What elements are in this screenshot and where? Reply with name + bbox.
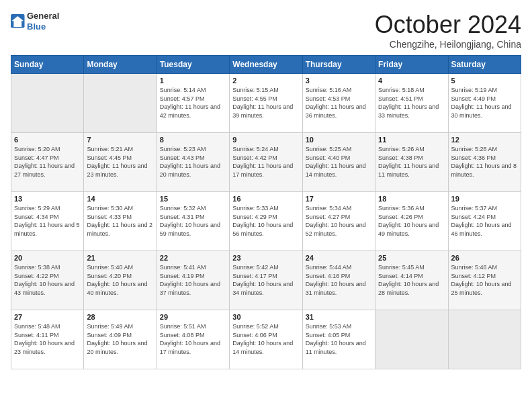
day-number: 21 [87, 254, 153, 262]
day-info: Sunrise: 5:40 AM Sunset: 4:20 PM Dayligh… [87, 263, 153, 297]
day-info: Sunrise: 5:26 AM Sunset: 4:38 PM Dayligh… [378, 145, 445, 179]
week-row-3: 13Sunrise: 5:29 AM Sunset: 4:34 PM Dayli… [11, 192, 521, 251]
day-number: 17 [306, 195, 372, 203]
day-info: Sunrise: 5:48 AM Sunset: 4:11 PM Dayligh… [14, 322, 81, 356]
day-cell: 21Sunrise: 5:40 AM Sunset: 4:20 PM Dayli… [84, 251, 157, 310]
day-number: 27 [14, 313, 81, 321]
day-info: Sunrise: 5:15 AM Sunset: 4:55 PM Dayligh… [232, 86, 299, 120]
logo: General Blue [11, 11, 59, 32]
day-number: 18 [378, 195, 445, 203]
day-info: Sunrise: 5:19 AM Sunset: 4:49 PM Dayligh… [451, 86, 518, 120]
week-row-4: 20Sunrise: 5:38 AM Sunset: 4:22 PM Dayli… [11, 251, 521, 310]
day-info: Sunrise: 5:16 AM Sunset: 4:53 PM Dayligh… [306, 86, 372, 120]
week-row-5: 27Sunrise: 5:48 AM Sunset: 4:11 PM Dayli… [11, 310, 521, 369]
day-number: 14 [87, 195, 153, 203]
day-cell: 30Sunrise: 5:52 AM Sunset: 4:06 PM Dayli… [230, 310, 302, 369]
day-info: Sunrise: 5:41 AM Sunset: 4:19 PM Dayligh… [160, 263, 226, 297]
day-number: 10 [306, 136, 372, 144]
day-info: Sunrise: 5:23 AM Sunset: 4:43 PM Dayligh… [160, 145, 226, 179]
header-tuesday: Tuesday [157, 56, 229, 74]
day-number: 8 [160, 136, 226, 144]
day-cell: 31Sunrise: 5:53 AM Sunset: 4:05 PM Dayli… [302, 310, 375, 369]
day-info: Sunrise: 5:42 AM Sunset: 4:17 PM Dayligh… [232, 263, 299, 297]
day-number: 11 [378, 136, 445, 144]
day-cell: 15Sunrise: 5:32 AM Sunset: 4:31 PM Dayli… [157, 192, 229, 251]
day-number: 20 [14, 254, 81, 262]
day-cell: 16Sunrise: 5:33 AM Sunset: 4:29 PM Dayli… [230, 192, 302, 251]
day-number: 12 [451, 136, 518, 144]
day-cell: 10Sunrise: 5:25 AM Sunset: 4:40 PM Dayli… [302, 133, 375, 192]
day-cell: 1Sunrise: 5:14 AM Sunset: 4:57 PM Daylig… [157, 74, 229, 133]
day-cell: 7Sunrise: 5:21 AM Sunset: 4:45 PM Daylig… [84, 133, 157, 192]
header-sunday: Sunday [11, 56, 84, 74]
month-title: October 2024 [375, 11, 521, 39]
day-cell: 12Sunrise: 5:28 AM Sunset: 4:36 PM Dayli… [448, 133, 521, 192]
day-number: 25 [378, 254, 445, 262]
day-cell: 8Sunrise: 5:23 AM Sunset: 4:43 PM Daylig… [157, 133, 229, 192]
day-info: Sunrise: 5:36 AM Sunset: 4:26 PM Dayligh… [378, 204, 445, 238]
day-number: 31 [306, 313, 372, 321]
day-info: Sunrise: 5:29 AM Sunset: 4:34 PM Dayligh… [14, 204, 81, 238]
page-header: General Blue October 2024 Chengzihe, Hei… [11, 11, 521, 50]
week-row-1: 1Sunrise: 5:14 AM Sunset: 4:57 PM Daylig… [11, 74, 521, 133]
day-info: Sunrise: 5:33 AM Sunset: 4:29 PM Dayligh… [232, 204, 299, 238]
day-number: 24 [306, 254, 372, 262]
day-number: 5 [451, 77, 518, 85]
day-number: 19 [451, 195, 518, 203]
day-number: 26 [451, 254, 518, 262]
day-number: 1 [160, 77, 226, 85]
day-info: Sunrise: 5:24 AM Sunset: 4:42 PM Dayligh… [232, 145, 299, 179]
day-number: 28 [87, 313, 153, 321]
day-info: Sunrise: 5:38 AM Sunset: 4:22 PM Dayligh… [14, 263, 81, 297]
week-row-2: 6Sunrise: 5:20 AM Sunset: 4:47 PM Daylig… [11, 133, 521, 192]
day-cell [375, 310, 448, 369]
day-number: 30 [232, 313, 299, 321]
day-info: Sunrise: 5:46 AM Sunset: 4:12 PM Dayligh… [451, 263, 518, 297]
day-cell: 5Sunrise: 5:19 AM Sunset: 4:49 PM Daylig… [448, 74, 521, 133]
day-cell: 6Sunrise: 5:20 AM Sunset: 4:47 PM Daylig… [11, 133, 84, 192]
day-cell: 17Sunrise: 5:34 AM Sunset: 4:27 PM Dayli… [302, 192, 375, 251]
day-info: Sunrise: 5:45 AM Sunset: 4:14 PM Dayligh… [378, 263, 445, 297]
day-info: Sunrise: 5:49 AM Sunset: 4:09 PM Dayligh… [87, 322, 153, 356]
day-info: Sunrise: 5:52 AM Sunset: 4:06 PM Dayligh… [232, 322, 299, 356]
header-saturday: Saturday [448, 56, 521, 74]
day-number: 2 [232, 77, 299, 85]
day-info: Sunrise: 5:30 AM Sunset: 4:33 PM Dayligh… [87, 204, 153, 238]
logo-icon [11, 14, 26, 29]
day-number: 9 [232, 136, 299, 144]
day-info: Sunrise: 5:20 AM Sunset: 4:47 PM Dayligh… [14, 145, 81, 179]
calendar-table: SundayMondayTuesdayWednesdayThursdayFrid… [11, 55, 521, 369]
day-info: Sunrise: 5:21 AM Sunset: 4:45 PM Dayligh… [87, 145, 153, 179]
logo-text: General Blue [27, 11, 59, 32]
day-info: Sunrise: 5:53 AM Sunset: 4:05 PM Dayligh… [306, 322, 372, 356]
title-block: October 2024 Chengzihe, Heilongjiang, Ch… [375, 11, 521, 50]
day-cell: 25Sunrise: 5:45 AM Sunset: 4:14 PM Dayli… [375, 251, 448, 310]
day-cell [84, 74, 157, 133]
day-cell [448, 310, 521, 369]
day-number: 4 [378, 77, 445, 85]
day-cell: 14Sunrise: 5:30 AM Sunset: 4:33 PM Dayli… [84, 192, 157, 251]
day-cell: 20Sunrise: 5:38 AM Sunset: 4:22 PM Dayli… [11, 251, 84, 310]
day-cell [11, 74, 84, 133]
day-number: 23 [232, 254, 299, 262]
day-info: Sunrise: 5:37 AM Sunset: 4:24 PM Dayligh… [451, 204, 518, 238]
header-thursday: Thursday [302, 56, 375, 74]
header-wednesday: Wednesday [230, 56, 302, 74]
day-info: Sunrise: 5:28 AM Sunset: 4:36 PM Dayligh… [451, 145, 518, 179]
day-cell: 11Sunrise: 5:26 AM Sunset: 4:38 PM Dayli… [375, 133, 448, 192]
logo-general: General [27, 11, 59, 21]
day-cell: 3Sunrise: 5:16 AM Sunset: 4:53 PM Daylig… [302, 74, 375, 133]
day-cell: 19Sunrise: 5:37 AM Sunset: 4:24 PM Dayli… [448, 192, 521, 251]
day-cell: 27Sunrise: 5:48 AM Sunset: 4:11 PM Dayli… [11, 310, 84, 369]
day-info: Sunrise: 5:25 AM Sunset: 4:40 PM Dayligh… [306, 145, 372, 179]
day-info: Sunrise: 5:32 AM Sunset: 4:31 PM Dayligh… [160, 204, 226, 238]
day-info: Sunrise: 5:34 AM Sunset: 4:27 PM Dayligh… [306, 204, 372, 238]
header-friday: Friday [375, 56, 448, 74]
logo-blue: Blue [27, 21, 46, 32]
day-cell: 2Sunrise: 5:15 AM Sunset: 4:55 PM Daylig… [230, 74, 302, 133]
day-info: Sunrise: 5:14 AM Sunset: 4:57 PM Dayligh… [160, 86, 226, 120]
day-cell: 24Sunrise: 5:44 AM Sunset: 4:16 PM Dayli… [302, 251, 375, 310]
day-cell: 28Sunrise: 5:49 AM Sunset: 4:09 PM Dayli… [84, 310, 157, 369]
day-cell: 26Sunrise: 5:46 AM Sunset: 4:12 PM Dayli… [448, 251, 521, 310]
header-monday: Monday [84, 56, 157, 74]
